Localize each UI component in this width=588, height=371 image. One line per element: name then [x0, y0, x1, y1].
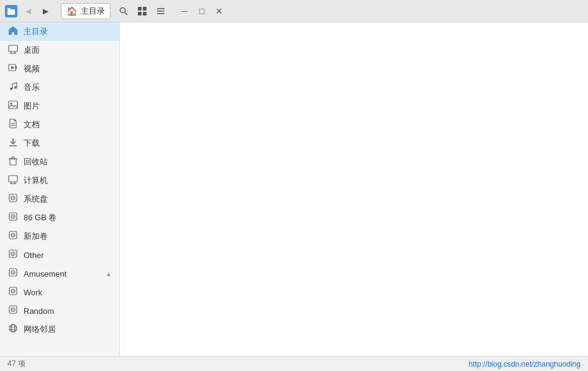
network-icon — [7, 323, 19, 336]
sidebar-label-downloads: 下载 — [24, 138, 40, 149]
amusement-icon — [7, 267, 19, 280]
svg-point-59 — [9, 324, 17, 332]
svg-point-58 — [12, 309, 14, 310]
sidebar-label-computer: 计算机 — [24, 175, 48, 186]
statusbar: 47 项 http://blog.csdn.net/zhanghuoding — [0, 356, 588, 371]
home-icon: 🏠 — [66, 6, 77, 16]
svg-point-40 — [12, 197, 14, 199]
sidebar-item-music[interactable]: 音乐 — [0, 78, 119, 97]
sidebar-label-home: 主目录 — [24, 26, 48, 37]
minimize-button[interactable]: ─ — [176, 3, 192, 19]
svg-rect-6 — [138, 12, 142, 16]
app-icon — [5, 5, 17, 17]
sidebar-item-network[interactable]: 网络邻居 — [0, 320, 119, 339]
svg-rect-4 — [138, 7, 142, 11]
sidebar-item-home[interactable]: 主目录 — [0, 22, 119, 41]
sidebar-item-work[interactable]: Work — [0, 283, 119, 302]
sidebar-item-random[interactable]: Random — [0, 302, 119, 320]
svg-rect-5 — [143, 7, 147, 11]
sidebar-item-amusement[interactable]: Amusement▲ — [0, 264, 119, 283]
sidebar-item-trash[interactable]: 回收站 — [0, 153, 119, 171]
sidebar-item-other[interactable]: Other — [0, 246, 119, 264]
sidebar-item-system-disk[interactable]: 系统盘 — [0, 190, 119, 208]
titlebar-left: ◀ ▶ 🏠 主目录 — [5, 3, 115, 19]
other-icon — [7, 249, 19, 261]
sidebar-label-pictures: 图片 — [24, 101, 40, 112]
sidebar: 主目录桌面视频音乐图片文档下载回收站计算机系统盘86 GB 卷新加卷OtherA… — [0, 22, 120, 356]
grid-view-button[interactable] — [134, 3, 150, 19]
svg-rect-9 — [157, 11, 165, 12]
svg-rect-0 — [7, 9, 15, 15]
desktop-icon — [7, 44, 19, 56]
sidebar-label-desktop: 桌面 — [24, 45, 40, 56]
svg-point-49 — [12, 253, 14, 254]
new-vol-icon — [7, 230, 19, 243]
svg-point-18 — [10, 87, 12, 90]
forward-button[interactable]: ▶ — [38, 4, 52, 18]
sidebar-label-new-vol: 新加卷 — [24, 231, 48, 242]
sidebar-item-computer[interactable]: 计算机 — [0, 171, 119, 190]
sidebar-label-system-disk: 系统盘 — [24, 194, 48, 205]
music-icon — [7, 81, 19, 94]
svg-point-52 — [12, 272, 14, 273]
svg-marker-17 — [11, 66, 14, 69]
random-icon — [7, 305, 19, 317]
back-button[interactable]: ◀ — [21, 4, 35, 18]
sidebar-label-amusement: Amusement — [24, 269, 66, 279]
sidebar-item-86gb[interactable]: 86 GB 卷 — [0, 208, 119, 227]
work-icon — [7, 286, 19, 298]
item-count: 47 项 — [7, 359, 25, 369]
titlebar: ◀ ▶ 🏠 主目录 ─ □ ✕ — [0, 0, 588, 22]
sidebar-item-new-vol[interactable]: 新加卷 — [0, 227, 119, 246]
sidebar-item-desktop[interactable]: 桌面 — [0, 41, 119, 60]
sidebar-label-documents: 文档 — [24, 119, 40, 130]
sidebar-item-downloads[interactable]: 下载 — [0, 134, 119, 153]
computer-icon — [7, 174, 19, 187]
file-grid — [120, 22, 588, 356]
svg-point-60 — [11, 324, 15, 332]
86gb-icon — [7, 212, 19, 224]
titlebar-right: ─ □ ✕ — [115, 3, 227, 19]
main-layout: 主目录桌面视频音乐图片文档下载回收站计算机系统盘86 GB 卷新加卷OtherA… — [0, 22, 588, 356]
address-bar[interactable]: 🏠 主目录 — [61, 3, 111, 19]
svg-point-46 — [12, 235, 14, 236]
svg-point-55 — [12, 290, 14, 292]
trash-icon — [7, 156, 19, 168]
svg-rect-1 — [7, 8, 11, 10]
statusbar-link: http://blog.csdn.net/zhanghuoding — [469, 360, 581, 369]
svg-rect-34 — [9, 176, 17, 182]
svg-point-2 — [120, 7, 125, 12]
svg-rect-10 — [157, 13, 165, 14]
sidebar-label-random: Random — [24, 306, 54, 316]
window-controls: ─ □ ✕ — [176, 3, 227, 19]
home-icon — [7, 25, 19, 38]
address-text: 主目录 — [81, 6, 105, 17]
menu-button[interactable] — [153, 3, 169, 19]
svg-rect-7 — [143, 12, 147, 16]
sidebar-item-videos[interactable]: 视频 — [0, 60, 119, 78]
scroll-indicator: ▲ — [106, 270, 112, 277]
sidebar-label-86gb: 86 GB 卷 — [24, 212, 57, 223]
svg-rect-11 — [9, 45, 17, 51]
sidebar-label-trash: 回收站 — [24, 156, 48, 168]
svg-rect-29 — [10, 159, 16, 165]
sidebar-label-work: Work — [24, 288, 42, 297]
downloads-icon — [7, 137, 19, 150]
videos-icon — [7, 63, 19, 75]
close-button[interactable]: ✕ — [211, 3, 227, 19]
svg-line-22 — [12, 83, 17, 84]
pictures-icon — [7, 100, 19, 112]
sidebar-item-documents[interactable]: 文档 — [0, 115, 119, 134]
svg-line-3 — [125, 12, 127, 15]
svg-rect-23 — [9, 101, 17, 109]
sidebar-label-videos: 视频 — [24, 63, 40, 74]
system-disk-icon — [7, 193, 19, 205]
maximize-button[interactable]: □ — [194, 3, 210, 19]
sidebar-item-pictures[interactable]: 图片 — [0, 97, 119, 115]
documents-icon — [7, 118, 19, 131]
svg-point-43 — [12, 216, 14, 217]
svg-point-24 — [11, 103, 12, 105]
svg-rect-8 — [157, 8, 165, 9]
sidebar-label-network: 网络邻居 — [24, 324, 56, 335]
search-button[interactable] — [115, 3, 132, 19]
